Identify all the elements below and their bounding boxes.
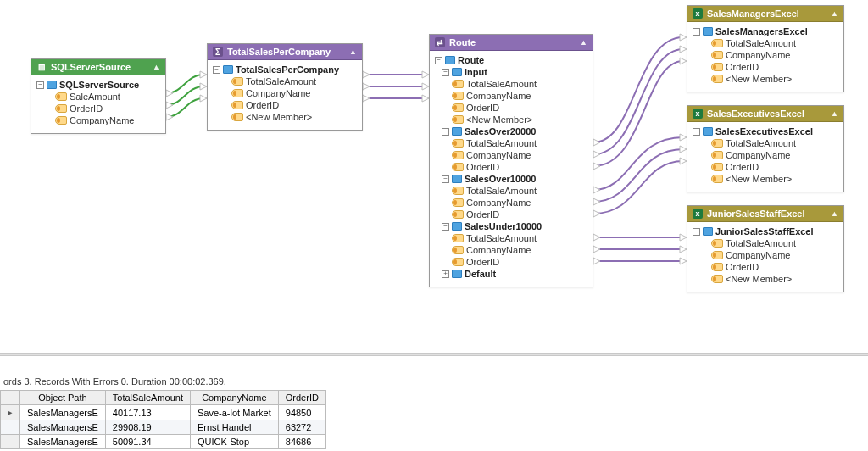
field-row[interactable]: <New Member> [691,73,840,85]
node-junior-sales-staff-excel[interactable]: x JuniorSalesStaffExcel ▲ −JuniorSalesSt… [687,205,844,292]
field-row[interactable]: OrderID [35,103,162,114]
field-row[interactable]: TotalSaleAmount [211,75,359,87]
svg-marker-29 [680,258,687,264]
field-row[interactable]: OrderID [211,99,359,111]
toggle-minus-icon[interactable]: − [442,128,449,136]
tree-root[interactable]: −SalesManagersExcel [691,25,840,37]
group-label: Default [465,269,496,279]
tree-root[interactable]: − Route [433,54,589,66]
results-table[interactable]: Object Path TotalSaleAmount CompanyName … [0,390,326,449]
field-icon [452,115,464,124]
toggle-plus-icon[interactable]: + [442,270,449,278]
field-row[interactable]: <New Member> [691,173,840,185]
toggle-minus-icon[interactable]: − [442,69,449,76]
node-header[interactable]: x SalesExecutivesExcel ▲ [687,106,843,122]
toggle-minus-icon[interactable]: − [693,128,700,136]
toggle-minus-icon[interactable]: − [693,28,700,36]
field-icon [711,63,723,71]
group-input[interactable]: −Input [433,66,589,78]
node-header[interactable]: x JuniorSalesStaffExcel ▲ [687,206,843,222]
tree-root[interactable]: − TotalSalesPerCompany [211,64,359,75]
tree-root[interactable]: −JuniorSalesStaffExcel [691,226,840,237]
excel-icon: x [693,8,703,19]
panel-divider[interactable] [0,353,868,356]
field-icon [55,92,67,101]
col-object-path[interactable]: Object Path [20,391,106,405]
collapse-icon[interactable]: ▲ [831,109,838,118]
group-default[interactable]: +Default [433,268,589,280]
node-sales-executives-excel[interactable]: x SalesExecutivesExcel ▲ −SalesExecutive… [687,105,844,192]
node-header[interactable]: ▤ SQLServerSource ▲ [31,59,165,75]
tree-root[interactable]: − SQLServerSource [35,79,162,91]
collapse-icon[interactable]: ▲ [831,9,838,18]
field-row[interactable]: CompanyName [691,249,840,261]
table-row[interactable]: SalesManagersE 50091.34 QUICK-Stop 84686 [1,435,326,449]
group-salesover20000[interactable]: −SalesOver20000 [433,125,589,137]
field-row[interactable]: OrderID [433,256,589,268]
row-indicator-icon [1,435,20,449]
node-route[interactable]: ⇄ Route ▲ − Route −Input TotalSaleAmount… [429,34,593,287]
field-row[interactable]: CompanyName [691,149,840,161]
group-salesunder10000[interactable]: −SalesUnder10000 [433,220,589,232]
node-total-sales-per-company[interactable]: Σ TotalSalesPerCompany ▲ − TotalSalesPer… [207,43,363,131]
field-row[interactable]: CompanyName [433,244,589,256]
tree-root-label: SalesManagersExcel [715,26,808,36]
table-row[interactable]: SalesManagersE 29908.19 Ernst Handel 632… [1,420,326,435]
toggle-minus-icon[interactable]: − [442,175,449,183]
field-row[interactable]: TotalSaleAmount [433,185,589,197]
col-order-id[interactable]: OrderID [278,391,326,405]
field-row[interactable]: <New Member> [211,111,359,123]
toggle-minus-icon[interactable]: − [435,57,442,64]
field-row[interactable]: CompanyName [691,49,840,61]
group-label: Input [465,67,487,77]
field-row[interactable]: TotalSaleAmount [433,137,589,149]
field-row[interactable]: TotalSaleAmount [691,37,840,49]
group-salesover10000[interactable]: −SalesOver10000 [433,173,589,185]
field-row[interactable]: SaleAmount [35,91,162,103]
field-row[interactable]: CompanyName [35,114,162,126]
node-body: − SQLServerSource SaleAmount OrderID Com… [31,75,165,133]
field-row[interactable]: TotalSaleAmount [691,237,840,249]
field-label: OrderID [70,103,103,114]
col-total-sale-amount[interactable]: TotalSaleAmount [105,391,190,405]
collapse-icon[interactable]: ▲ [153,63,160,71]
toggle-minus-icon[interactable]: − [213,66,220,74]
node-sql-server-source[interactable]: ▤ SQLServerSource ▲ − SQLServerSource Sa… [31,58,166,134]
table-row[interactable]: ▸ SalesManagersE 40117.13 Save-a-lot Mar… [1,405,326,420]
toggle-minus-icon[interactable]: − [442,223,449,231]
field-row[interactable]: TotalSaleAmount [433,78,589,90]
field-row[interactable]: CompanyName [211,87,359,99]
folder-icon [223,65,233,74]
field-row[interactable]: TotalSaleAmount [691,137,840,149]
node-sales-managers-excel[interactable]: x SalesManagersExcel ▲ −SalesManagersExc… [687,5,844,92]
field-icon [711,151,723,159]
field-row[interactable]: CompanyName [433,90,589,102]
svg-marker-20 [593,210,600,217]
field-row[interactable]: CompanyName [433,197,589,209]
node-header[interactable]: ⇄ Route ▲ [430,35,593,51]
field-row[interactable]: OrderID [691,161,840,173]
field-row[interactable]: <New Member> [691,273,840,285]
toggle-minus-icon[interactable]: − [693,228,700,236]
col-company-name[interactable]: CompanyName [190,391,278,405]
node-body: −SalesManagersExcel TotalSaleAmount Comp… [687,22,843,92]
toggle-minus-icon[interactable]: − [36,81,44,89]
svg-marker-25 [593,246,600,253]
field-row[interactable]: OrderID [691,261,840,273]
collapse-icon[interactable]: ▲ [349,47,357,56]
field-row[interactable]: OrderID [433,102,589,114]
field-row[interactable]: OrderID [691,61,840,73]
node-header[interactable]: Σ TotalSalesPerCompany ▲ [208,44,362,60]
field-row[interactable]: OrderID [433,161,589,173]
field-row[interactable]: CompanyName [433,149,589,161]
field-row[interactable]: TotalSaleAmount [433,232,589,244]
svg-marker-2 [166,114,173,120]
tree-root[interactable]: −SalesExecutivesExcel [691,125,840,137]
field-row[interactable]: OrderID [433,209,589,220]
field-label: <New Member> [246,112,312,122]
field-row[interactable]: <New Member> [433,114,589,125]
collapse-icon[interactable]: ▲ [831,209,838,218]
cell-order: 84686 [278,435,326,449]
node-header[interactable]: x SalesManagersExcel ▲ [687,6,843,22]
collapse-icon[interactable]: ▲ [580,38,587,47]
